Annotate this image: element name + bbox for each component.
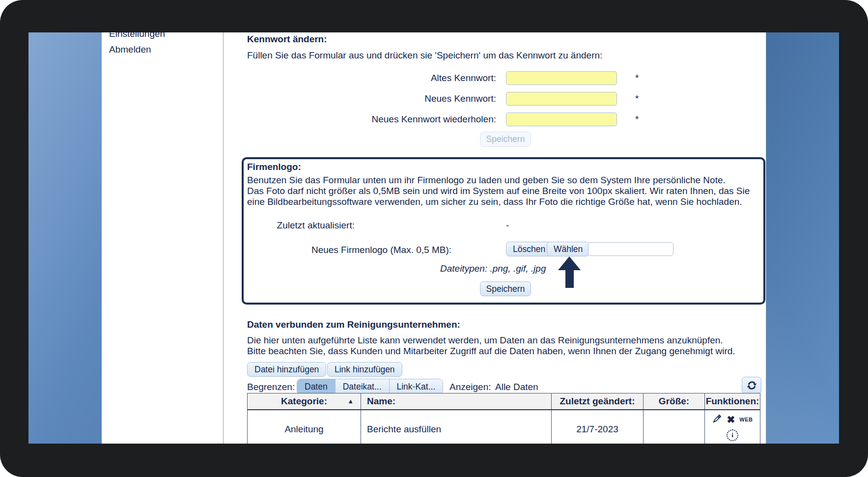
new-password-row: Neues Kennwort: * [224,91,666,106]
cell-funktionen: ✖ WEB i [705,410,760,444]
refresh-icon [746,380,757,391]
cell-groesse [644,410,705,444]
web-icon[interactable]: WEB [739,417,753,422]
required-marker: * [635,91,639,106]
sidebar: Einstellungen Abmelden [102,32,224,444]
logo-file-path-field[interactable] [588,242,673,256]
old-password-label: Altes Kennwort: [224,71,496,85]
info-icon[interactable]: i [727,429,738,441]
password-section-instruction: Füllen Sie das Formular aus und drücken … [247,50,602,61]
arrow-head [558,256,581,270]
refresh-button[interactable] [742,377,761,394]
add-link-button[interactable]: Link hinzufügen [327,362,402,377]
logo-description-line1: Benutzen Sie das Formular unten um ihr F… [247,175,761,186]
data-section-title: Daten verbunden zum Reinigungsunternehme… [247,319,460,330]
function-icons-row: ✖ WEB [705,410,760,426]
column-header-groesse[interactable]: Größe: [644,393,705,409]
repeat-password-label: Neues Kennwort wiederholen: [224,112,496,127]
sort-asc-icon[interactable]: ▲ [347,398,354,404]
device-bezel: Einstellungen Abmelden Kennwort ändern: … [0,0,868,477]
cell-name: Berichte ausfüllen [361,410,552,444]
column-header-label: Kategorie: [281,396,327,407]
info-icon-row: i [705,429,760,441]
sidebar-item-einstellungen[interactable]: Einstellungen [109,32,165,39]
table-header-row: Kategorie: ▲ Name: Zuletzt geändert: Grö… [248,393,760,410]
up-arrow-icon [558,256,581,288]
logo-section-title: Firmenlogo: [247,162,301,172]
repeat-password-row: Neues Kennwort wiederholen: * [224,112,666,127]
table-row: Anleitung Berichte ausfüllen 21/7-2023 [248,410,760,444]
main-content: Kennwort ändern: Füllen Sie das Formular… [224,32,766,444]
data-table: Kategorie: ▲ Name: Zuletzt geändert: Grö… [247,393,760,444]
data-section-description: Die hier unten aufgeführte Liste kann ve… [247,335,741,357]
required-marker: * [635,71,639,85]
password-section-title: Kennwort ändern: [247,34,327,45]
pencil-icon[interactable] [712,413,723,426]
filter-tab-daten[interactable]: Daten [297,379,336,394]
new-password-label: Neues Kennwort: [224,91,496,106]
filetypes-note: Dateitypen: .png, .gif, .jpg [440,263,546,274]
last-updated-label: Zuletzt aktualisiert: [244,220,355,231]
logo-delete-button[interactable]: Löschen [506,242,552,256]
cell-zuletzt-geaendert: 21/7-2023 [552,410,644,444]
sidebar-item-abmelden[interactable]: Abmelden [109,44,151,55]
old-password-row: Altes Kennwort: * [224,71,666,85]
new-logo-label: Neues Firmenlogo (Max. 0,5 MB): [244,245,451,255]
arrow-stem [565,270,574,288]
app-screen: Einstellungen Abmelden Kennwort ändern: … [28,32,839,444]
column-header-zuletzt-geaendert[interactable]: Zuletzt geändert: [552,393,644,409]
column-header-name[interactable]: Name: [361,393,552,409]
password-save-button[interactable]: Speichern [480,132,531,147]
add-file-button[interactable]: Datei hinzufügen [247,362,326,377]
cell-kategorie: Anleitung [248,410,361,444]
filter-tab-dateikat[interactable]: Dateikat... [336,379,390,394]
repeat-password-field[interactable] [506,112,617,126]
required-marker: * [635,112,639,127]
old-password-field[interactable] [506,71,617,85]
new-password-field[interactable] [506,92,617,106]
logo-section-box: Firmenlogo: Benutzen Sie das Formular un… [242,157,765,305]
logo-choose-button[interactable]: Wählen [547,242,589,256]
logo-description-line2: Das Foto darf nicht größer als 0,5MB sei… [247,186,761,207]
delete-x-icon[interactable]: ✖ [727,415,735,424]
column-header-kategorie[interactable]: Kategorie: ▲ [248,393,361,409]
column-header-funktionen: Funktionen: [705,393,760,409]
filter-tab-linkkat[interactable]: Link-Kat... [390,379,443,394]
last-updated-value: - [506,220,509,231]
logo-save-button[interactable]: Speichern [480,281,531,296]
